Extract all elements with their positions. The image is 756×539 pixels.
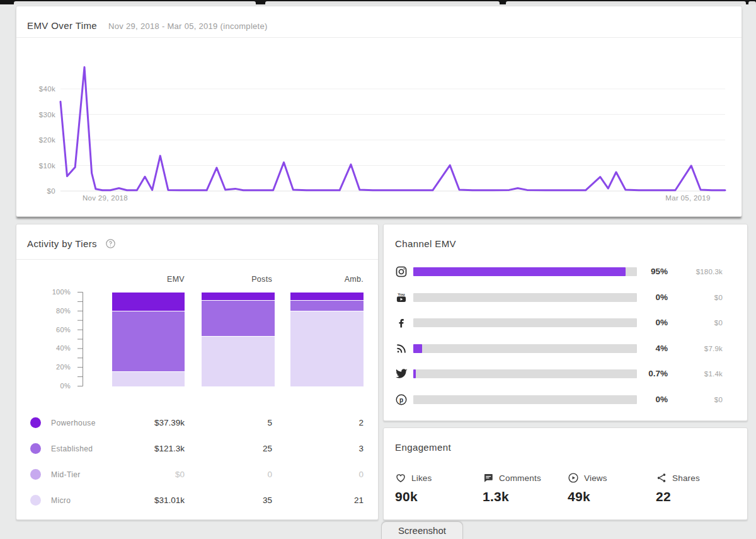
channel-bar-track bbox=[413, 318, 637, 327]
screenshot-tab[interactable]: Screenshot bbox=[381, 521, 463, 539]
channel-bar-track bbox=[413, 344, 637, 353]
tier-segment-established bbox=[112, 311, 185, 371]
legend-posts-value: 25 bbox=[209, 444, 272, 453]
metric-label: Comments bbox=[483, 472, 541, 484]
engagement-title: Engagement bbox=[395, 442, 451, 453]
tier-column-header: Amb. bbox=[301, 275, 364, 284]
svg-text:Mar 05, 2019: Mar 05, 2019 bbox=[665, 194, 710, 202]
legend-emv-value: $121.3k bbox=[122, 444, 185, 453]
channel-value: $1.4k bbox=[704, 370, 723, 378]
legend-posts-value: 0 bbox=[209, 470, 272, 479]
tier-y-tick: 60% bbox=[42, 326, 71, 333]
top-card-edge bbox=[506, 1, 746, 4]
channel-percent: 0% bbox=[655, 293, 668, 302]
metric-shares: Shares22 bbox=[656, 472, 700, 504]
metric-value: 49k bbox=[568, 489, 607, 504]
svg-text:$20k: $20k bbox=[39, 136, 55, 144]
top-card-edge bbox=[14, 1, 256, 4]
channel-bar-fill bbox=[413, 344, 422, 353]
tier-bar-posts bbox=[202, 293, 275, 386]
play-circle-icon bbox=[568, 472, 579, 484]
channel-row-blog: 4%$7.9k bbox=[384, 336, 747, 361]
facebook-icon bbox=[395, 316, 408, 329]
legend-posts-value: 5 bbox=[209, 418, 272, 427]
legend-row-micro: Micro$31.01k3521 bbox=[16, 494, 378, 507]
legend-dot bbox=[30, 417, 41, 428]
legend-amb-value: 21 bbox=[301, 496, 364, 505]
top-card-edge bbox=[265, 1, 500, 4]
channel-percent: 0% bbox=[655, 395, 668, 404]
metric-label: Views bbox=[568, 472, 607, 484]
legend-dot bbox=[30, 443, 41, 454]
tier-segment-micro bbox=[290, 311, 364, 386]
tier-segment-powerhouse bbox=[112, 293, 185, 311]
tier-y-tick: 80% bbox=[42, 307, 71, 315]
comment-icon bbox=[483, 472, 494, 484]
channel-value: $180.3k bbox=[696, 268, 723, 275]
channel-value: $0 bbox=[714, 294, 723, 301]
metric-likes: Likes90k bbox=[395, 472, 432, 504]
channel-value: $0 bbox=[714, 396, 723, 403]
legend-dot bbox=[30, 469, 41, 480]
emv-line-chart: $0$10k$20k$30k$40kNov 29, 2018Mar 05, 20… bbox=[16, 38, 740, 216]
channel-row-instagram: 95%$180.3k bbox=[384, 259, 747, 284]
channel-bar-track bbox=[413, 267, 637, 276]
metric-value: 90k bbox=[395, 489, 432, 504]
activity-by-tiers-header: Activity by Tiers bbox=[27, 238, 116, 249]
tier-bar-amb bbox=[290, 293, 364, 386]
tier-column-header: EMV bbox=[122, 275, 185, 284]
divider bbox=[16, 259, 378, 260]
legend-emv-value: $37.39k bbox=[122, 418, 185, 427]
dashboard-page: EMV Over Time Nov 29, 2018 - Mar 05, 201… bbox=[0, 0, 756, 539]
legend-tier-name: Established bbox=[51, 444, 93, 453]
metric-label-text: Likes bbox=[411, 473, 432, 483]
share-icon bbox=[656, 472, 667, 484]
channel-bar-track bbox=[413, 395, 637, 404]
emv-over-time-card: EMV Over Time Nov 29, 2018 - Mar 05, 201… bbox=[16, 6, 742, 217]
top-cards-edge-strip bbox=[0, 0, 756, 4]
legend-emv-value: $31.01k bbox=[122, 496, 185, 505]
tier-y-tick: 20% bbox=[42, 363, 71, 371]
channel-emv-card: Channel EMV 95%$180.3kYou0%$00%$04%$7.9k… bbox=[383, 224, 748, 421]
emv-over-time-header: EMV Over Time Nov 29, 2018 - Mar 05, 201… bbox=[27, 20, 268, 31]
tier-segment-powerhouse bbox=[290, 293, 364, 300]
tier-column-header: Posts bbox=[209, 275, 272, 284]
tier-segment-micro bbox=[112, 371, 185, 386]
metric-comments: Comments1.3k bbox=[483, 472, 541, 504]
legend-posts-value: 35 bbox=[209, 496, 272, 505]
legend-tier-name: Micro bbox=[51, 496, 71, 505]
tier-y-axis bbox=[74, 292, 83, 387]
help-icon[interactable] bbox=[105, 238, 116, 249]
legend-tier-name: Powerhouse bbox=[51, 419, 96, 427]
tier-y-tick: 100% bbox=[42, 288, 71, 296]
svg-text:You: You bbox=[398, 292, 405, 296]
metric-label-text: Views bbox=[584, 473, 607, 483]
tier-y-tick: 0% bbox=[42, 382, 71, 390]
instagram-icon bbox=[395, 265, 408, 278]
svg-text:Nov 29, 2018: Nov 29, 2018 bbox=[83, 194, 128, 202]
svg-text:$10k: $10k bbox=[39, 162, 55, 170]
svg-text:$30k: $30k bbox=[39, 111, 55, 119]
channel-value: $0 bbox=[714, 319, 723, 327]
tier-segment-micro bbox=[202, 336, 275, 386]
metric-views: Views49k bbox=[568, 472, 607, 504]
svg-text:p: p bbox=[399, 397, 403, 403]
channel-bar-track bbox=[413, 293, 637, 302]
channel-bar-fill bbox=[413, 267, 626, 276]
channel-bar-fill bbox=[413, 369, 416, 378]
legend-amb-value: 3 bbox=[301, 444, 364, 453]
svg-text:$0: $0 bbox=[47, 187, 55, 195]
channel-percent: 95% bbox=[651, 267, 668, 276]
channel-row-twitter: 0.7%$1.4k bbox=[384, 361, 747, 386]
emv-over-time-title: EMV Over Time bbox=[27, 20, 97, 31]
rss-icon bbox=[395, 342, 408, 355]
channel-percent: 0% bbox=[655, 318, 668, 327]
channel-row-facebook: 0%$0 bbox=[384, 310, 747, 335]
activity-by-tiers-title: Activity by Tiers bbox=[27, 238, 97, 249]
channel-value: $7.9k bbox=[704, 345, 723, 352]
metric-label: Likes bbox=[395, 472, 432, 484]
tier-segment-established bbox=[290, 300, 364, 311]
twitter-icon bbox=[395, 368, 408, 380]
channel-percent: 0.7% bbox=[648, 369, 668, 378]
legend-dot bbox=[30, 495, 41, 506]
